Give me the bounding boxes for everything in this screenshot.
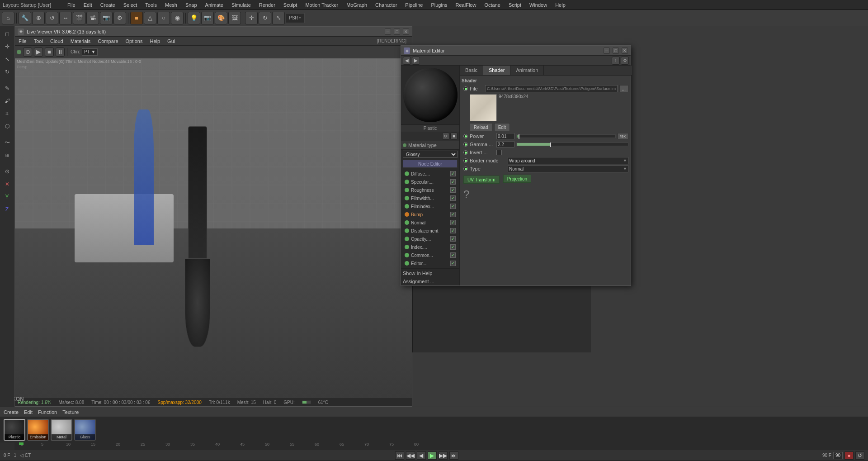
toolbar-ren2[interactable]: 🖼	[228, 12, 241, 24]
tool-poly[interactable]: ⬡	[1, 120, 13, 132]
me-tb2[interactable]: ▶	[412, 57, 420, 65]
tc-skip-start[interactable]: ⏮	[395, 451, 404, 460]
power-slider[interactable]	[516, 134, 616, 138]
power-tex-btn[interactable]: tex	[618, 133, 628, 139]
me-tb-r1[interactable]: ↑	[612, 57, 620, 65]
power-radio[interactable]	[463, 134, 468, 138]
tc-prev-key[interactable]: ◀◀	[406, 451, 415, 460]
psr-button[interactable]: PSR▼	[286, 13, 305, 23]
toolbar-cube[interactable]: ■	[130, 12, 143, 24]
idx-check[interactable]: ✓	[450, 244, 456, 250]
diffuse-check[interactable]: ✓	[450, 171, 456, 176]
spec-check[interactable]: ✓	[450, 179, 456, 185]
menu-mograph[interactable]: MoGraph	[344, 1, 369, 9]
mat-metal[interactable]: Metal	[51, 419, 72, 441]
menu-window[interactable]: Window	[528, 1, 549, 9]
toolbar-ren[interactable]: 🎨	[215, 12, 227, 24]
prev-btn1[interactable]: ⟳	[442, 133, 449, 140]
tool-x[interactable]: ✕	[1, 178, 13, 190]
me-type-select[interactable]: Glossy Diffuse Specular	[403, 151, 458, 158]
toolbar-cam2[interactable]: 📷	[201, 12, 214, 24]
type-radio[interactable]	[463, 166, 468, 171]
toolbar-btn3[interactable]: ↺	[46, 12, 58, 24]
lv-menu-help[interactable]: Help	[148, 38, 162, 45]
tool-scale[interactable]: ⤡	[1, 53, 13, 65]
uv-transform-btn[interactable]: UV Transform	[463, 176, 500, 184]
type-dropdown[interactable]: Normal ▼	[508, 165, 628, 172]
me-close[interactable]: ✕	[622, 48, 628, 54]
tool-edit[interactable]: ✎	[1, 82, 13, 94]
toolbar-btn2[interactable]: ⊕	[32, 12, 45, 24]
live-viewer-close[interactable]: ✕	[403, 29, 409, 35]
lv-btn3[interactable]: ■	[45, 48, 54, 57]
border-dropdown[interactable]: Wrap around ▼	[508, 157, 628, 164]
menu-animate[interactable]: Animate	[203, 1, 225, 9]
mat-function[interactable]: Function	[36, 409, 59, 416]
toolbar-scl[interactable]: ⤡	[272, 12, 285, 24]
toolbar-cyl[interactable]: ○	[157, 12, 170, 24]
toolbar-btn1[interactable]: 🔧	[19, 12, 31, 24]
lv-chn-select[interactable]: PT ▼	[82, 48, 98, 56]
menu-pipeline[interactable]: Pipeline	[403, 1, 425, 9]
file-radio[interactable]	[463, 86, 468, 91]
menu-select[interactable]: Select	[122, 1, 139, 9]
border-radio[interactable]	[463, 158, 468, 163]
mat-emission[interactable]: Emission	[27, 419, 49, 441]
live-viewer-minimize[interactable]: ─	[385, 29, 391, 35]
toolbar-film[interactable]: 🎬	[73, 12, 85, 24]
viewport-canvas[interactable]: MeshGen:3ms; Update(G):79ms; Mesh:4 Node…	[15, 58, 412, 398]
tool-sculpt[interactable]: ≋	[1, 149, 13, 161]
invert-check[interactable]	[496, 150, 502, 155]
fw-check[interactable]: ✓	[450, 195, 456, 201]
gamma-slider[interactable]	[516, 143, 628, 146]
menu-plugins[interactable]: Plugins	[429, 1, 449, 9]
lv-menu-file[interactable]: File	[17, 38, 28, 45]
edit-btn[interactable]: Edit	[494, 123, 510, 131]
toolbar-move[interactable]: ✛	[245, 12, 258, 24]
menu-character[interactable]: Character	[373, 1, 399, 9]
me-node-editor-btn[interactable]: Node Editor	[403, 160, 458, 168]
toolbar-sph[interactable]: ◉	[171, 12, 184, 24]
tool-y[interactable]: Y	[1, 191, 13, 203]
tool-spline[interactable]: 〜	[1, 137, 13, 148]
menu-create[interactable]: Create	[99, 1, 117, 9]
menu-script[interactable]: Script	[507, 1, 523, 9]
lv-btn2[interactable]: ▶	[34, 48, 43, 57]
toolbar-film2[interactable]: 📽	[86, 12, 99, 24]
menu-realflow[interactable]: RealFlow	[454, 1, 478, 9]
lv-menu-gui[interactable]: Gui	[165, 38, 177, 45]
mat-create[interactable]: Create	[2, 409, 20, 416]
file-browse-btn[interactable]: ...	[619, 85, 628, 92]
tool-magnet[interactable]: ⊙	[1, 166, 13, 177]
menu-render[interactable]: Render	[257, 1, 277, 9]
live-viewer-maximize[interactable]: □	[394, 29, 400, 35]
lv-menu-options[interactable]: Options	[124, 38, 145, 45]
me-maximize[interactable]: □	[613, 48, 619, 54]
tc-record[interactable]: ●	[844, 451, 854, 460]
mat-edit[interactable]: Edit	[22, 409, 34, 416]
toolbar-home[interactable]: ⌂	[2, 12, 14, 24]
op-check[interactable]: ✓	[450, 236, 456, 242]
toolbar-rot[interactable]: ↻	[259, 12, 271, 24]
rough-check[interactable]: ✓	[450, 187, 456, 193]
tc-play[interactable]: ▶	[428, 451, 437, 460]
com-check[interactable]: ✓	[450, 252, 456, 258]
tab-animation[interactable]: Animation	[510, 66, 544, 75]
tc-prev[interactable]: ◀	[417, 451, 426, 460]
me-minimize[interactable]: ─	[604, 48, 610, 54]
live-viewer-titlebar[interactable]: 👁 Live Viewer VR 3.06.2 (13 days left) ─…	[15, 27, 412, 37]
invert-radio[interactable]	[463, 150, 468, 155]
tab-shader[interactable]: Shader	[483, 66, 510, 75]
lv-menu-compare[interactable]: Compare	[96, 38, 120, 45]
tc-skip-end[interactable]: ⏭	[449, 451, 458, 460]
menu-octane[interactable]: Octane	[482, 1, 502, 9]
fi-check[interactable]: ✓	[450, 204, 456, 209]
frame-end-input[interactable]: 90	[833, 452, 843, 459]
tc-loop[interactable]: ↺	[855, 451, 864, 460]
lv-menu-tool[interactable]: Tool	[32, 38, 45, 45]
me-tb-r2[interactable]: ⚙	[621, 57, 629, 65]
lv-btn4[interactable]: ⏸	[56, 48, 65, 57]
tool-paint[interactable]: 🖌	[1, 95, 13, 107]
tool-move[interactable]: ✛	[1, 41, 13, 52]
me-tb1[interactable]: ◀	[403, 57, 411, 65]
